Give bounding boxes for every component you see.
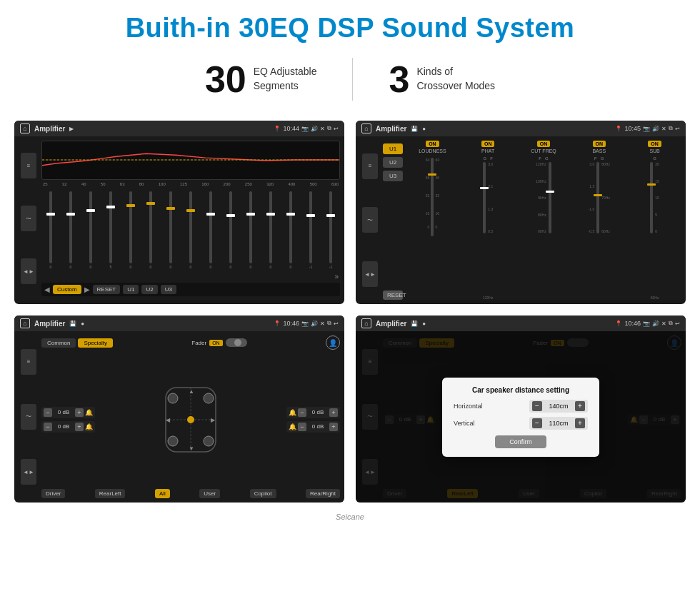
screen4-time: 10:46 xyxy=(624,320,641,327)
db-minus-rr[interactable]: − xyxy=(298,423,306,431)
rear-left-btn[interactable]: RearLeft xyxy=(95,489,126,498)
distance-dialog: Car speaker distance setting Horizontal … xyxy=(442,378,599,457)
slider-4[interactable]: 5 xyxy=(101,190,120,269)
vertical-control: − 110cm + xyxy=(529,417,588,430)
preset-u1[interactable]: U1 xyxy=(383,143,403,154)
slider-12[interactable]: 0 xyxy=(261,190,280,269)
driver-btn[interactable]: Driver xyxy=(41,489,65,498)
db-minus-fl[interactable]: − xyxy=(44,408,52,417)
db-val-rl: 0 dB xyxy=(54,423,74,430)
u2-btn[interactable]: U2 xyxy=(141,285,157,294)
tab-common[interactable]: Common xyxy=(41,338,76,348)
next-btn[interactable]: ▶ xyxy=(84,286,90,293)
ch-bass-on[interactable]: ON xyxy=(593,141,606,147)
sidebar-btn-wave[interactable]: 〜 xyxy=(21,206,36,231)
more-arrow[interactable]: » xyxy=(334,273,339,281)
dialog-row-horizontal: Horizontal − 140cm + xyxy=(454,400,588,413)
volume-icon-4: 🔊 xyxy=(652,320,659,327)
slider-5[interactable]: 0 xyxy=(121,190,140,269)
user-btn[interactable]: User xyxy=(199,489,220,498)
fader-on-btn[interactable]: ON xyxy=(209,340,223,346)
db-plus-rl[interactable]: + xyxy=(75,423,84,431)
ch-phat-on[interactable]: ON xyxy=(481,141,495,147)
screen1-appname: Amplifier xyxy=(34,125,65,133)
svg-point-5 xyxy=(168,393,178,403)
location-icon-2: 📍 xyxy=(615,126,622,132)
db-plus-fr[interactable]: + xyxy=(329,408,338,417)
slider-13[interactable]: 0 xyxy=(281,190,300,269)
tab-specialty[interactable]: Specialty xyxy=(78,338,112,348)
ch-cutfreq-on[interactable]: ON xyxy=(537,141,551,147)
rear-right-btn[interactable]: RearRight xyxy=(306,489,340,498)
ch-sub-on[interactable]: ON xyxy=(648,141,661,147)
db-val-fl: 0 dB xyxy=(54,409,74,415)
page-header: Buith-in 30EQ DSP Sound System xyxy=(0,0,700,51)
slider-1[interactable]: 0 xyxy=(41,190,60,269)
preset-u2[interactable]: U2 xyxy=(383,157,403,168)
screen3-appname: Amplifier xyxy=(34,320,65,328)
slider-9[interactable]: 0 xyxy=(201,190,220,269)
volume-icon: 🔊 xyxy=(311,126,318,132)
sidebar-btn-wave3[interactable]: 〜 xyxy=(21,404,36,430)
screen4-content: ≡ 〜 ◄► Common Specialty Fader ON 👤 xyxy=(356,331,686,503)
slider-10[interactable]: 0 xyxy=(221,190,240,269)
sidebar-btn-vol[interactable]: ◄► xyxy=(21,258,36,284)
slider-8[interactable]: 0 xyxy=(181,190,200,269)
u3-btn[interactable]: U3 xyxy=(161,285,176,294)
location-icon-3: 📍 xyxy=(274,320,281,327)
fader-label: Fader xyxy=(191,340,206,346)
sidebar-btn-wave2[interactable]: 〜 xyxy=(362,207,378,233)
slider-3[interactable]: 0 xyxy=(81,190,100,269)
custom-btn[interactable]: Custom xyxy=(53,285,81,294)
screen2-content: ≡ 〜 ◄► U1 U2 U3 RESET ON LOUDNESS xyxy=(356,136,686,304)
db-plus-fl[interactable]: + xyxy=(75,408,84,417)
camera-icon-4: 📷 xyxy=(643,320,650,327)
vertical-minus[interactable]: − xyxy=(532,418,542,428)
all-btn[interactable]: All xyxy=(155,489,170,498)
confirm-button[interactable]: Confirm xyxy=(495,435,546,448)
slider-14[interactable]: -1 xyxy=(301,190,320,269)
sidebar-btn-eq[interactable]: ≡ xyxy=(21,153,36,178)
crossover-reset-btn[interactable]: RESET xyxy=(383,291,403,300)
sidebar-btn-eq3[interactable]: ≡ xyxy=(21,349,36,375)
horizontal-value: 140cm xyxy=(544,403,573,410)
sidebar-btn-vol2[interactable]: ◄► xyxy=(362,261,378,287)
horizontal-plus[interactable]: + xyxy=(575,401,585,411)
sidebar-btn-eq2[interactable]: ≡ xyxy=(362,153,378,179)
prev-btn[interactable]: ◀ xyxy=(44,286,50,293)
location-icon: 📍 xyxy=(274,126,281,132)
stat-crossover-desc: Kinds ofCrossover Modes xyxy=(416,65,495,93)
db-minus-fr[interactable]: − xyxy=(298,408,306,417)
vertical-plus[interactable]: + xyxy=(575,418,585,428)
screen3-content: ≡ 〜 ◄► Common Specialty Fader ON xyxy=(14,331,344,503)
ch-loudness-on[interactable]: ON xyxy=(426,141,439,147)
copilot-btn[interactable]: Copilot xyxy=(250,489,276,498)
reset-btn[interactable]: RESET xyxy=(93,285,121,294)
horizontal-minus[interactable]: − xyxy=(532,401,542,411)
ch-sub: ON SUB G 20151050 60Hz xyxy=(628,141,681,300)
close-icon-3: ✕ xyxy=(320,320,325,327)
slider-6[interactable]: 0 xyxy=(141,190,160,269)
home-icon-2[interactable] xyxy=(361,123,371,133)
eq-bottom-bar: ◀ Custom ▶ RESET U1 U2 U3 xyxy=(41,283,340,296)
home-icon[interactable] xyxy=(20,123,30,133)
db-plus-rr[interactable]: + xyxy=(329,423,338,431)
camera-icon: 📷 xyxy=(301,126,309,132)
stat-eq-number: 30 xyxy=(205,58,246,101)
slider-15[interactable]: -1 xyxy=(321,190,340,269)
preset-u3[interactable]: U3 xyxy=(383,171,403,181)
close-icon-4: ✕ xyxy=(661,320,666,327)
slider-7[interactable]: 0 xyxy=(161,190,180,269)
screen2-statusbar: Amplifier 💾 ● 📍 10:45 📷 🔊 ✕ ⧉ ↩ xyxy=(356,121,686,136)
svg-point-4 xyxy=(187,416,194,423)
home-icon-4[interactable] xyxy=(361,318,371,328)
preset-col: U1 U2 U3 RESET xyxy=(383,141,403,300)
home-icon-3[interactable] xyxy=(20,318,30,328)
sidebar-btn-vol3[interactable]: ◄► xyxy=(21,459,36,485)
db-minus-rl[interactable]: − xyxy=(44,423,52,431)
slider-11[interactable]: 0 xyxy=(241,190,260,269)
screen1-statusbar: Amplifier ▶ 📍 10:44 📷 🔊 ✕ ⧉ ↩ xyxy=(14,121,344,136)
slider-2[interactable]: 0 xyxy=(61,190,80,269)
u1-btn[interactable]: U1 xyxy=(123,285,139,294)
vertical-label: Vertical xyxy=(454,420,496,427)
